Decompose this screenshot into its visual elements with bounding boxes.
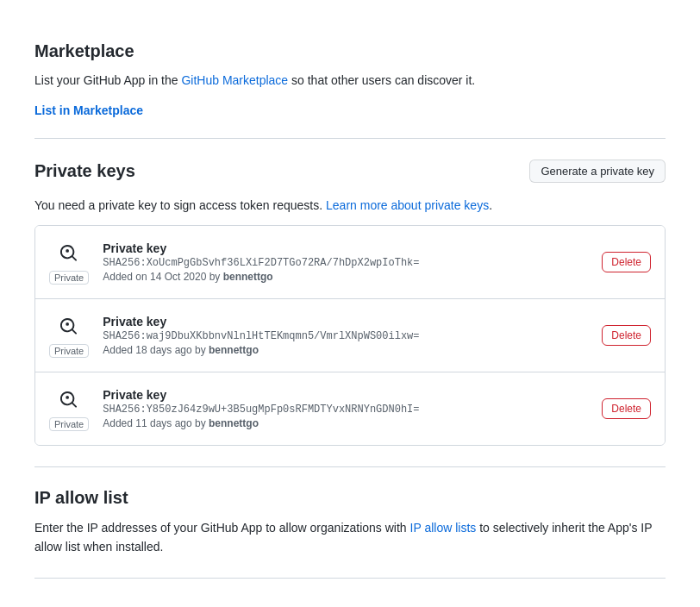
key-sha-0: SHA256:XoUcmPgGbSvhf36LXiF2D7TGo72RA/7hD…: [103, 257, 588, 269]
list-in-marketplace-link[interactable]: List in Marketplace: [34, 103, 143, 117]
key-icon: [55, 386, 83, 414]
key-svg-icon: [60, 391, 78, 409]
marketplace-desc-suffix: so that other users can discover it.: [288, 73, 475, 87]
marketplace-desc-prefix: List your GitHub App in the: [34, 73, 181, 87]
key-icon-wrap: Private: [49, 313, 89, 358]
key-info-1: Private key SHA256:waj9DbuXKbbnvNlnlHtTE…: [103, 315, 588, 356]
private-keys-section: Private keys Generate a private key You …: [34, 139, 666, 467]
github-marketplace-link[interactable]: GitHub Marketplace: [181, 73, 288, 87]
generate-private-key-button[interactable]: Generate a private key: [529, 160, 666, 183]
private-keys-desc-suffix: .: [489, 198, 492, 212]
marketplace-section: Marketplace List your GitHub App in the …: [34, 21, 666, 139]
key-svg-icon: [60, 318, 78, 335]
private-keys-list: Private Private key SHA256:XoUcmPgGbSvhf…: [34, 225, 666, 446]
key-name-0: Private key: [103, 241, 588, 255]
key-sha-2: SHA256:Y850zJ64z9wU+3B5ugMpFp0sRFMDTYvxN…: [103, 404, 588, 416]
table-row: Private Private key SHA256:Y850zJ64z9wU+…: [35, 372, 665, 445]
key-icon: [55, 240, 83, 267]
key-icon-wrap: Private: [49, 240, 89, 285]
key-badge-0: Private: [49, 271, 89, 285]
key-icon-wrap: Private: [49, 386, 89, 431]
learn-more-private-keys-link[interactable]: Learn more about private keys: [326, 198, 489, 212]
key-badge-2: Private: [49, 417, 89, 431]
key-info-0: Private key SHA256:XoUcmPgGbSvhf36LXiF2D…: [103, 241, 588, 283]
ip-desc-prefix: Enter the IP addresses of your GitHub Ap…: [34, 521, 410, 535]
key-added-2: Added 11 days ago by bennettgo: [103, 417, 588, 429]
private-keys-title: Private keys: [34, 161, 135, 181]
key-added-0: Added on 14 Oct 2020 by bennettgo: [103, 271, 588, 283]
marketplace-description: List your GitHub App in the GitHub Marke…: [34, 72, 666, 90]
ip-allow-list-section: IP allow list Enter the IP addresses of …: [34, 467, 666, 579]
delete-key-button-0[interactable]: Delete: [602, 252, 651, 272]
key-info-2: Private key SHA256:Y850zJ64z9wU+3B5ugMpF…: [103, 388, 588, 429]
ip-allow-list-description: Enter the IP addresses of your GitHub Ap…: [34, 518, 666, 557]
key-svg-icon: [60, 245, 78, 262]
ip-allow-list-title: IP allow list: [34, 488, 666, 508]
private-keys-description: You need a private key to sign access to…: [34, 197, 666, 215]
key-name-1: Private key: [103, 315, 588, 329]
delete-key-button-2[interactable]: Delete: [602, 398, 651, 419]
private-keys-header: Private keys Generate a private key: [34, 160, 666, 183]
key-sha-1: SHA256:waj9DbuXKbbnvNlnlHtTEKmqmn5/VmrlX…: [103, 330, 588, 342]
key-badge-1: Private: [49, 344, 89, 358]
ip-allow-lists-link[interactable]: IP allow lists: [410, 521, 477, 535]
private-keys-desc-prefix: You need a private key to sign access to…: [34, 198, 326, 212]
table-row: Private Private key SHA256:XoUcmPgGbSvhf…: [35, 226, 665, 299]
key-name-2: Private key: [103, 388, 588, 402]
table-row: Private Private key SHA256:waj9DbuXKbbnv…: [35, 299, 665, 372]
delete-key-button-1[interactable]: Delete: [602, 325, 651, 346]
marketplace-title: Marketplace: [34, 41, 666, 61]
key-icon: [55, 313, 83, 341]
key-added-1: Added 18 days ago by bennettgo: [103, 344, 588, 356]
